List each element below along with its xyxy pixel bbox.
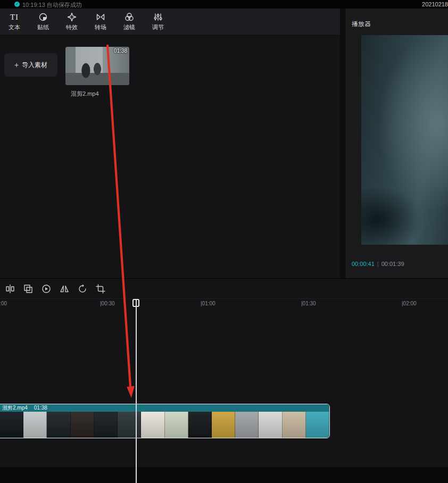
ruler-label: |02:00 xyxy=(402,301,417,306)
filmstrip-frame[interactable] xyxy=(94,412,118,438)
timeline-bottom-strip xyxy=(0,467,448,483)
toolbar-item-label: 滤镜 xyxy=(123,23,135,31)
ruler-label: |00:30 xyxy=(100,301,115,306)
ruler-label: |01:00 xyxy=(201,301,215,306)
video-editor-app: ✓ 10:19:13 自动保存成功 20210218 TI 文本 贴纸 xyxy=(0,0,448,483)
toolbar-item-label: 贴纸 xyxy=(37,23,49,31)
filmstrip-frame[interactable] xyxy=(165,412,188,438)
toolbar-item-effects[interactable]: 特效 xyxy=(57,12,86,31)
media-duration-badge: 01:38 xyxy=(114,48,127,54)
media-thumbnail[interactable]: 01:38 xyxy=(65,47,129,85)
timeline-clip-header: 混剪2.mp4 01:38 xyxy=(0,404,329,412)
top-toolbar: TI 文本 贴纸 特效 xyxy=(0,9,340,35)
adjust-icon xyxy=(153,12,163,22)
import-media-label: 导入素材 xyxy=(22,61,47,70)
rotate-icon[interactable] xyxy=(77,283,88,295)
player-total-time: 00:01:39 xyxy=(381,261,404,267)
filmstrip-frame[interactable] xyxy=(141,412,164,438)
toolbar-item-sticker[interactable]: 贴纸 xyxy=(29,12,57,31)
toolbar-item-label: 文本 xyxy=(9,23,20,31)
player-timecode: 00:00:41|00:01:39 xyxy=(352,261,404,267)
media-panel: + 导入素材 01:38 混剪2.mp4 xyxy=(0,35,340,278)
timeline-ruler[interactable]: 00:00|00:30|01:00|01:30|02:00 xyxy=(0,298,448,307)
split-icon[interactable] xyxy=(4,283,16,295)
crop-icon[interactable] xyxy=(95,283,106,295)
toolbar-item-adjust[interactable]: 调节 xyxy=(144,12,172,31)
filmstrip-frame[interactable] xyxy=(212,412,235,438)
filmstrip-frame[interactable] xyxy=(188,412,212,438)
mirror-icon[interactable] xyxy=(59,283,70,295)
autosave-check-icon: ✓ xyxy=(14,2,20,7)
time-separator: | xyxy=(377,261,379,267)
player-title: 播放器 xyxy=(352,20,371,29)
player-video-preview xyxy=(361,35,448,245)
timeline-clip-name: 混剪2.mp4 xyxy=(2,404,28,412)
plus-icon: + xyxy=(14,61,19,69)
clip-filmstrip xyxy=(0,412,329,438)
ruler-label: |01:30 xyxy=(301,301,316,306)
toolbar-item-text[interactable]: TI 文本 xyxy=(0,12,29,31)
playhead-line[interactable] xyxy=(136,299,137,483)
filmstrip-frame[interactable] xyxy=(259,412,282,438)
player-current-time: 00:00:41 xyxy=(352,261,375,267)
filmstrip-frame[interactable] xyxy=(47,412,70,438)
transition-icon xyxy=(95,12,106,22)
filmstrip-frame[interactable] xyxy=(23,412,47,438)
toolbar-item-label: 特效 xyxy=(66,23,78,31)
sticker-icon xyxy=(38,12,48,22)
filmstrip-frame[interactable] xyxy=(283,412,306,438)
filmstrip-frame[interactable] xyxy=(235,412,259,438)
project-name-text: 20210218 xyxy=(422,1,448,7)
toolbar-item-transition[interactable]: 转场 xyxy=(86,12,115,31)
filmstrip-frame[interactable] xyxy=(71,412,94,438)
toolbar-item-filter[interactable]: 滤镜 xyxy=(115,12,144,31)
toolbar-item-label: 转场 xyxy=(95,23,106,31)
media-filename: 混剪2.mp4 xyxy=(71,90,99,98)
import-media-button[interactable]: + 导入素材 xyxy=(4,53,57,77)
timeline-clip-duration: 01:38 xyxy=(34,404,47,412)
effects-icon xyxy=(67,12,77,22)
freeze-frame-icon[interactable] xyxy=(22,283,34,295)
autosave-status-text: 10:19:13 自动保存成功 xyxy=(22,1,82,9)
toolbar-item-label: 调节 xyxy=(152,23,164,31)
filmstrip-frame[interactable] xyxy=(306,412,329,438)
timeline-panel: 00:00|00:30|01:00|01:30|02:00 混剪2.mp4 01… xyxy=(0,278,448,483)
ruler-label: 00:00 xyxy=(0,301,7,306)
text-icon: TI xyxy=(10,12,19,22)
player-panel: 播放器 00:00:41|00:01:39 xyxy=(345,9,448,278)
filmstrip-frame[interactable] xyxy=(118,412,141,438)
reverse-play-icon[interactable] xyxy=(40,283,52,295)
filmstrip-frame[interactable] xyxy=(0,412,23,438)
timeline-clip[interactable]: 混剪2.mp4 01:38 xyxy=(0,404,330,438)
titlebar: ✓ 10:19:13 自动保存成功 20210218 xyxy=(0,0,448,9)
timeline-toolbar xyxy=(4,283,106,295)
filter-icon xyxy=(124,12,135,22)
